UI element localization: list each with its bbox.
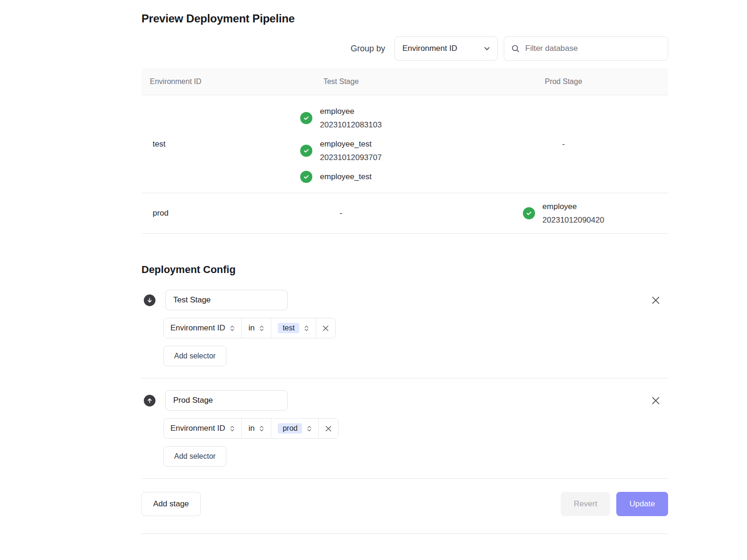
close-icon (325, 426, 331, 432)
chevron-up-down-icon (307, 425, 312, 433)
selector-operator-value: in (248, 424, 254, 433)
selector-operator-select[interactable]: in (241, 419, 271, 438)
selector-value-tag: test (278, 323, 299, 333)
database-name: employee (320, 105, 381, 118)
success-check-icon (300, 112, 312, 124)
pipeline-table: Environment ID Test Stage Prod Stage tes… (141, 68, 668, 234)
stage-header (141, 290, 668, 310)
filter-database-input[interactable] (504, 36, 668, 61)
page-title: Preview Deployment Pipeline (141, 12, 668, 25)
remove-selector-button[interactable] (316, 318, 335, 338)
table-row: prod - employee 20231012090420 (141, 193, 668, 234)
test-stage-cell: employee 20231012083103 employee_test 20… (223, 95, 459, 193)
database-version: 20231012093707 (320, 151, 381, 164)
stage-prod: Environment ID in prod Add selector (141, 390, 668, 467)
chevron-up-down-icon (259, 324, 264, 332)
group-by-select[interactable]: Environment ID (395, 36, 498, 61)
database-item[interactable]: employee_test (300, 170, 372, 183)
arrow-down-circle-icon (144, 294, 155, 306)
chevron-up-down-icon (304, 324, 309, 332)
group-by-label: Group by (351, 44, 385, 54)
selector-value-select[interactable]: test (271, 318, 316, 338)
stage-body: Environment ID in test Add selector (163, 318, 668, 366)
prod-stage-cell: - (459, 140, 668, 149)
database-list: employee 20231012083103 employee_test 20… (300, 95, 381, 193)
selector: Environment ID in prod (163, 418, 338, 439)
add-stage-button[interactable]: Add stage (141, 492, 201, 516)
selector-key-value: Environment ID (170, 323, 225, 333)
stage-header (141, 390, 668, 411)
database-item[interactable]: employee 20231012090420 (523, 200, 604, 227)
toolbar: Group by Environment ID (141, 36, 668, 61)
selector-key-value: Environment ID (170, 424, 225, 433)
selector-key-select[interactable]: Environment ID (164, 318, 241, 338)
success-check-icon (300, 145, 312, 157)
selector-operator-value: in (248, 323, 254, 333)
filter-database-box (504, 36, 668, 61)
stage-test: Environment ID in test Add selector (141, 290, 668, 366)
database-version: 20231012090420 (543, 213, 604, 227)
environment-cell: prod (141, 209, 223, 218)
stage-name-input[interactable] (165, 390, 288, 411)
empty-placeholder: - (340, 209, 343, 218)
stage-name-input[interactable] (165, 290, 288, 310)
close-icon (323, 325, 329, 331)
database-name: employee_test (320, 170, 372, 183)
table-row: test employee 20231012083103 employee_te… (141, 95, 668, 193)
database-list: employee 20231012090420 (523, 193, 604, 233)
divider (141, 478, 668, 479)
page: Preview Deployment Pipeline Group by Env… (141, 0, 668, 534)
revert-button[interactable]: Revert (561, 492, 610, 516)
close-icon (652, 296, 660, 304)
add-selector-button[interactable]: Add selector (163, 346, 226, 366)
selector-operator-select[interactable]: in (241, 318, 271, 338)
column-header-prod-stage: Prod Stage (459, 77, 668, 86)
actions-bar: Add stage Revert Update (141, 492, 668, 516)
table-header: Environment ID Test Stage Prod Stage (141, 68, 668, 95)
database-item[interactable]: employee_test 20231012093707 (300, 137, 381, 164)
chevron-up-down-icon (259, 425, 264, 433)
search-icon (511, 44, 520, 53)
remove-selector-button[interactable] (318, 419, 338, 438)
selector: Environment ID in test (163, 318, 336, 338)
chevron-up-down-icon (230, 324, 235, 332)
selector-key-select[interactable]: Environment ID (164, 419, 241, 438)
database-item[interactable]: employee 20231012083103 (300, 105, 381, 132)
test-stage-cell: - (223, 209, 459, 218)
close-icon (652, 397, 660, 405)
chevron-up-down-icon (230, 425, 235, 433)
divider (141, 378, 668, 378)
success-check-icon (523, 207, 535, 219)
bottom-divider (141, 533, 668, 534)
remove-stage-button[interactable] (650, 294, 662, 306)
database-name: employee (543, 200, 604, 213)
environment-cell: test (141, 140, 223, 149)
selector-value-tag: prod (278, 423, 302, 434)
prod-stage-cell: employee 20231012090420 (459, 193, 668, 233)
update-button[interactable]: Update (616, 492, 668, 516)
chevron-down-icon (483, 45, 491, 52)
group-by-value: Environment ID (402, 44, 457, 53)
database-version: 20231012083103 (320, 118, 381, 132)
database-name: employee_test (320, 137, 381, 151)
column-header-environment-id: Environment ID (141, 77, 223, 86)
success-check-icon (300, 171, 312, 183)
selector-value-select[interactable]: prod (271, 419, 318, 438)
column-header-test-stage: Test Stage (223, 77, 459, 86)
stage-body: Environment ID in prod Add selector (163, 418, 668, 467)
empty-placeholder: - (562, 140, 565, 149)
remove-stage-button[interactable] (650, 395, 662, 406)
deployment-config-title: Deployment Config (141, 264, 668, 276)
arrow-up-circle-icon (144, 395, 155, 406)
add-selector-button[interactable]: Add selector (163, 446, 226, 467)
